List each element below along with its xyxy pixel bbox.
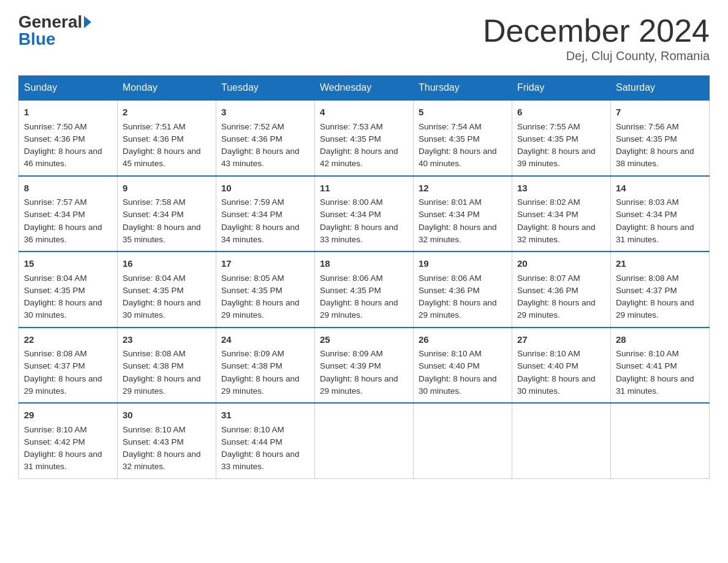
day-number: 2 <box>123 105 211 120</box>
daylight-text: Daylight: 8 hours and 29 minutes. <box>320 374 398 396</box>
sunrise-text: Sunrise: 8:06 AM <box>320 274 383 283</box>
daylight-text: Daylight: 8 hours and 39 minutes. <box>517 147 596 168</box>
daylight-text: Daylight: 8 hours and 36 minutes. <box>24 223 102 244</box>
calendar-cell <box>315 403 414 478</box>
sunset-text: Sunset: 4:36 PM <box>24 134 85 144</box>
calendar-cell: 29 Sunrise: 8:10 AM Sunset: 4:42 PM Dayl… <box>19 403 118 478</box>
daylight-text: Daylight: 8 hours and 30 minutes. <box>419 374 497 396</box>
sunset-text: Sunset: 4:34 PM <box>419 210 480 219</box>
day-number: 6 <box>517 105 605 120</box>
sunrise-text: Sunrise: 8:08 AM <box>616 274 679 283</box>
calendar-cell: 8 Sunrise: 7:57 AM Sunset: 4:34 PM Dayli… <box>19 176 118 252</box>
sunrise-text: Sunrise: 8:08 AM <box>24 349 87 358</box>
calendar-cell: 1 Sunrise: 7:50 AM Sunset: 4:36 PM Dayli… <box>19 100 118 176</box>
day-number: 22 <box>24 333 112 347</box>
daylight-text: Daylight: 8 hours and 42 minutes. <box>320 147 398 168</box>
page-header: General Blue December 2024 Dej, Cluj Cou… <box>18 12 710 63</box>
sunset-text: Sunset: 4:35 PM <box>123 286 184 295</box>
sunrise-text: Sunrise: 8:09 AM <box>221 349 284 358</box>
daylight-text: Daylight: 8 hours and 30 minutes. <box>24 298 102 320</box>
sunset-text: Sunset: 4:34 PM <box>517 210 578 219</box>
day-number: 14 <box>616 182 704 196</box>
calendar-cell: 9 Sunrise: 7:58 AM Sunset: 4:34 PM Dayli… <box>118 176 216 252</box>
sunset-text: Sunset: 4:34 PM <box>320 210 381 219</box>
sunrise-text: Sunrise: 7:54 AM <box>419 122 482 131</box>
sunrise-text: Sunrise: 7:56 AM <box>616 122 679 131</box>
calendar-header-tuesday: Tuesday <box>216 76 315 101</box>
sunset-text: Sunset: 4:36 PM <box>123 134 184 144</box>
daylight-text: Daylight: 8 hours and 29 minutes. <box>517 298 596 320</box>
sunrise-text: Sunrise: 8:04 AM <box>123 274 186 283</box>
sunrise-text: Sunrise: 8:07 AM <box>517 274 580 283</box>
calendar-cell: 30 Sunrise: 8:10 AM Sunset: 4:43 PM Dayl… <box>118 403 216 478</box>
calendar-week-5: 29 Sunrise: 8:10 AM Sunset: 4:42 PM Dayl… <box>19 403 710 478</box>
daylight-text: Daylight: 8 hours and 30 minutes. <box>517 374 596 396</box>
day-number: 27 <box>517 333 605 347</box>
day-number: 31 <box>221 408 309 423</box>
month-title: December 2024 <box>483 12 710 49</box>
sunset-text: Sunset: 4:34 PM <box>24 210 85 219</box>
sunset-text: Sunset: 4:37 PM <box>616 286 677 295</box>
calendar-cell: 31 Sunrise: 8:10 AM Sunset: 4:44 PM Dayl… <box>216 403 315 478</box>
sunrise-text: Sunrise: 8:01 AM <box>419 197 482 207</box>
logo: General Blue <box>18 12 91 49</box>
sunset-text: Sunset: 4:34 PM <box>123 210 184 219</box>
day-number: 30 <box>123 408 211 423</box>
day-number: 25 <box>320 333 408 347</box>
calendar-header-saturday: Saturday <box>611 76 710 101</box>
daylight-text: Daylight: 8 hours and 29 minutes. <box>24 374 102 396</box>
sunset-text: Sunset: 4:35 PM <box>517 134 578 144</box>
calendar-cell: 7 Sunrise: 7:56 AM Sunset: 4:35 PM Dayli… <box>611 100 710 176</box>
calendar-cell: 20 Sunrise: 8:07 AM Sunset: 4:36 PM Dayl… <box>512 251 611 327</box>
calendar-week-2: 8 Sunrise: 7:57 AM Sunset: 4:34 PM Dayli… <box>19 176 710 252</box>
calendar-cell: 22 Sunrise: 8:08 AM Sunset: 4:37 PM Dayl… <box>19 327 118 404</box>
sunrise-text: Sunrise: 7:52 AM <box>221 122 284 131</box>
daylight-text: Daylight: 8 hours and 38 minutes. <box>616 147 694 168</box>
sunset-text: Sunset: 4:39 PM <box>320 361 381 370</box>
day-number: 28 <box>616 333 704 347</box>
sunrise-text: Sunrise: 8:10 AM <box>616 349 679 358</box>
sunset-text: Sunset: 4:35 PM <box>419 134 480 144</box>
daylight-text: Daylight: 8 hours and 29 minutes. <box>419 298 497 320</box>
day-number: 18 <box>320 257 408 271</box>
logo-blue: Blue <box>18 29 56 49</box>
daylight-text: Daylight: 8 hours and 34 minutes. <box>221 223 300 244</box>
day-number: 1 <box>24 105 112 120</box>
calendar-cell: 15 Sunrise: 8:04 AM Sunset: 4:35 PM Dayl… <box>19 251 118 327</box>
sunrise-text: Sunrise: 8:03 AM <box>616 197 679 207</box>
sunset-text: Sunset: 4:34 PM <box>221 210 282 219</box>
calendar-header-row: SundayMondayTuesdayWednesdayThursdayFrid… <box>19 76 710 101</box>
day-number: 19 <box>419 257 507 271</box>
day-number: 23 <box>123 333 211 347</box>
day-number: 7 <box>616 105 704 120</box>
logo-arrow-icon <box>84 16 91 28</box>
sunrise-text: Sunrise: 7:51 AM <box>123 122 186 131</box>
day-number: 8 <box>24 182 112 196</box>
sunset-text: Sunset: 4:38 PM <box>123 361 184 370</box>
sunrise-text: Sunrise: 8:10 AM <box>221 425 284 434</box>
sunset-text: Sunset: 4:35 PM <box>24 286 85 295</box>
day-number: 20 <box>517 257 605 271</box>
calendar-header-monday: Monday <box>118 76 216 101</box>
calendar-cell: 5 Sunrise: 7:54 AM Sunset: 4:35 PM Dayli… <box>414 100 512 176</box>
calendar-week-4: 22 Sunrise: 8:08 AM Sunset: 4:37 PM Dayl… <box>19 327 710 404</box>
calendar-cell <box>611 403 710 478</box>
sunrise-text: Sunrise: 7:55 AM <box>517 122 580 131</box>
daylight-text: Daylight: 8 hours and 31 minutes. <box>616 223 694 244</box>
sunset-text: Sunset: 4:35 PM <box>616 134 677 144</box>
calendar-cell: 16 Sunrise: 8:04 AM Sunset: 4:35 PM Dayl… <box>118 251 216 327</box>
calendar-header-thursday: Thursday <box>414 76 512 101</box>
calendar-cell: 21 Sunrise: 8:08 AM Sunset: 4:37 PM Dayl… <box>611 251 710 327</box>
day-number: 26 <box>419 333 507 347</box>
daylight-text: Daylight: 8 hours and 33 minutes. <box>320 223 398 244</box>
calendar-cell: 12 Sunrise: 8:01 AM Sunset: 4:34 PM Dayl… <box>414 176 512 252</box>
sunset-text: Sunset: 4:35 PM <box>320 134 381 144</box>
daylight-text: Daylight: 8 hours and 29 minutes. <box>616 298 694 320</box>
sunset-text: Sunset: 4:40 PM <box>419 361 480 370</box>
sunset-text: Sunset: 4:36 PM <box>419 286 480 295</box>
sunrise-text: Sunrise: 7:58 AM <box>123 197 186 207</box>
daylight-text: Daylight: 8 hours and 32 minutes. <box>419 223 497 244</box>
day-number: 17 <box>221 257 309 271</box>
sunrise-text: Sunrise: 7:53 AM <box>320 122 383 131</box>
sunset-text: Sunset: 4:40 PM <box>517 361 578 370</box>
